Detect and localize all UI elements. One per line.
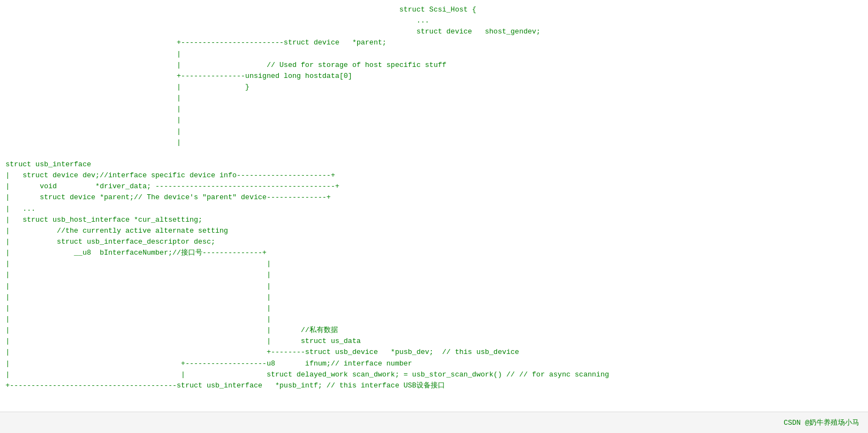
brand-label: CSDN @奶牛养殖场小马 xyxy=(784,418,859,428)
code-content: struct Scsi_Host { ... xyxy=(5,4,863,391)
footer-bar: CSDN @奶牛养殖场小马 xyxy=(0,412,868,433)
code-display: struct Scsi_Host { ... xyxy=(0,0,868,412)
